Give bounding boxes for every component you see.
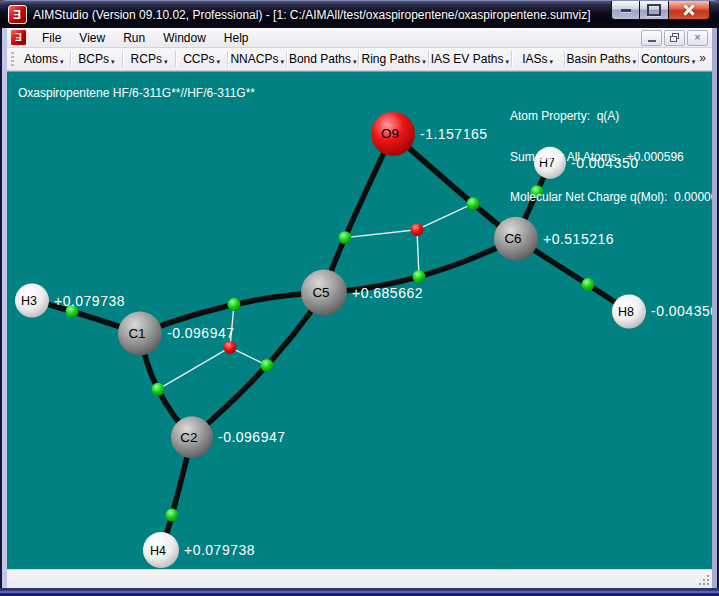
charge-label-C1: -0.096947 xyxy=(167,325,234,341)
mdi-minimize-button[interactable] xyxy=(641,30,662,46)
dropdown-arrow-icon: ▾ xyxy=(353,57,357,66)
menu-file[interactable]: File xyxy=(33,29,70,47)
atom-label-H8: H8 xyxy=(618,305,634,319)
ring-path-line xyxy=(417,230,419,277)
charge-label-H4: +0.079738 xyxy=(184,542,255,558)
title-bar[interactable]: E AIMStudio (Version 09.10.02, Professio… xyxy=(0,0,719,28)
dropdown-arrow-icon: ▾ xyxy=(692,57,696,66)
bcp-O9-C5[interactable] xyxy=(339,231,352,244)
menu-bar: E File View Run Window Help × xyxy=(7,28,712,48)
menu-help[interactable]: Help xyxy=(215,29,258,47)
mdi-restore-button[interactable] xyxy=(664,30,685,46)
ring-path-line xyxy=(345,230,417,238)
bcp-O9-C6[interactable] xyxy=(467,197,480,210)
RCP-O9-C5-C6[interactable] xyxy=(411,223,424,236)
dropdown-arrow-icon: ▾ xyxy=(422,57,426,66)
dropdown-arrow-icon: ▾ xyxy=(216,57,220,66)
dropdown-arrow-icon: ▾ xyxy=(550,57,554,66)
info-net-charge: Molecular Net Charge q(Mol): 0.000000 xyxy=(510,191,712,205)
window-title: AIMStudio (Version 09.10.02, Professiona… xyxy=(33,8,591,22)
toolbar-grip-icon[interactable] xyxy=(11,52,14,67)
app-logo-icon[interactable]: E xyxy=(8,5,27,24)
menu-run[interactable]: Run xyxy=(114,29,154,47)
window-frame: E File View Run Window Help × xyxy=(0,28,719,596)
atom-label-H3: H3 xyxy=(21,294,37,308)
bcp-C2-H4[interactable] xyxy=(166,509,179,522)
toolbar-button-atoms[interactable]: Atoms▾ xyxy=(18,49,70,69)
atom-label-O9: O9 xyxy=(381,126,399,141)
bcp-C1-C2[interactable] xyxy=(152,383,165,396)
minimize-button[interactable] xyxy=(611,1,640,20)
dropdown-arrow-icon: ▾ xyxy=(111,57,115,66)
info-atom-property: Atom Property: q(A) xyxy=(510,110,712,124)
dropdown-arrow-icon: ▾ xyxy=(164,57,168,66)
charge-label-H8: -0.004350 xyxy=(651,304,712,320)
bcp-C6-H8[interactable] xyxy=(582,278,595,291)
maximize-icon xyxy=(647,4,661,16)
toolbar-button-ccps[interactable]: CCPs▾ xyxy=(176,49,228,69)
charge-label-C6: +0.515216 xyxy=(543,231,614,247)
atom-property-info: Atom Property: q(A) Sum Over All Atoms: … xyxy=(510,83,712,232)
atom-label-C6: C6 xyxy=(504,231,521,246)
bond-C5-C2[interactable] xyxy=(192,293,324,438)
charge-label-H3: +0.079738 xyxy=(54,293,125,309)
menu-view[interactable]: View xyxy=(70,29,114,47)
menu-window[interactable]: Window xyxy=(154,29,215,47)
charge-label-O9: -1.157165 xyxy=(420,126,487,142)
atom-label-C1: C1 xyxy=(128,326,145,341)
toolbar-overflow-chevron[interactable]: » xyxy=(697,51,710,67)
charge-label-C2: -0.096947 xyxy=(218,429,285,445)
atom-label-H4: H4 xyxy=(150,544,166,558)
toolbar-button-nnacps[interactable]: NNACPs▾ xyxy=(228,49,286,69)
window-bottom-border xyxy=(0,588,719,596)
toolbar-button-rcps[interactable]: RCPs▾ xyxy=(123,49,175,69)
minimize-icon xyxy=(621,9,631,12)
toolbar-button-bcps[interactable]: BCPs▾ xyxy=(71,49,123,69)
mdi-restore-icon xyxy=(670,33,679,42)
mdi-minimize-icon xyxy=(648,40,656,42)
ring-path-line xyxy=(158,347,230,389)
toolbar: Atoms▾ BCPs▾ RCPs▾ CCPs▾ NNACPs▾ Bond Pa… xyxy=(7,48,712,71)
close-button[interactable] xyxy=(668,1,710,20)
window-frame-inner: E File View Run Window Help × xyxy=(2,28,717,588)
dropdown-arrow-icon: ▾ xyxy=(633,57,637,66)
bond-O9-C6[interactable] xyxy=(393,134,516,239)
app-window: E AIMStudio (Version 09.10.02, Professio… xyxy=(0,0,719,596)
mdi-close-button[interactable]: × xyxy=(687,30,708,46)
bcp-C5-C1[interactable] xyxy=(228,298,241,311)
toolbar-button-ring-paths[interactable]: Ring Paths▾ xyxy=(359,49,427,69)
atom-label-C5: C5 xyxy=(312,285,329,300)
molecule-caption: Oxaspiropentene HF/6-311G**//HF/6-311G** xyxy=(18,86,255,100)
status-bar xyxy=(7,569,712,588)
info-sum-over-atoms: Sum Over All Atoms: +0.000596 xyxy=(510,151,712,165)
dropdown-arrow-icon: ▾ xyxy=(60,57,64,66)
charge-label-C5: +0.685662 xyxy=(352,285,423,301)
toolbar-button-contours[interactable]: Contours▾ xyxy=(639,49,697,69)
ring-path-line xyxy=(417,204,473,230)
toolbar-button-bond-paths[interactable]: Bond Paths▾ xyxy=(287,49,359,69)
bcp-C5-C6[interactable] xyxy=(413,270,426,283)
molecule-viewport[interactable]: O9-1.157165H7-0.004350C6+0.515216C5+0.68… xyxy=(7,71,712,569)
close-icon xyxy=(683,4,695,16)
bond-O9-C5[interactable] xyxy=(324,134,393,293)
atom-label-C2: C2 xyxy=(180,430,197,445)
toolbar-button-iass[interactable]: IASs▾ xyxy=(512,49,564,69)
maximize-button[interactable] xyxy=(640,1,668,20)
toolbar-button-basin-paths[interactable]: Basin Paths▾ xyxy=(565,49,639,69)
mdi-close-icon: × xyxy=(694,32,700,43)
document-logo-icon[interactable]: E xyxy=(10,29,27,46)
resize-grip-icon[interactable] xyxy=(698,574,710,586)
bcp-C5-C2[interactable] xyxy=(261,359,274,372)
dropdown-arrow-icon: ▾ xyxy=(280,57,284,66)
dropdown-arrow-icon: ▾ xyxy=(505,57,509,66)
toolbar-button-ias-ev-paths[interactable]: IAS EV Paths▾ xyxy=(429,49,511,69)
RCP-C1-C2-C5[interactable] xyxy=(224,341,237,354)
